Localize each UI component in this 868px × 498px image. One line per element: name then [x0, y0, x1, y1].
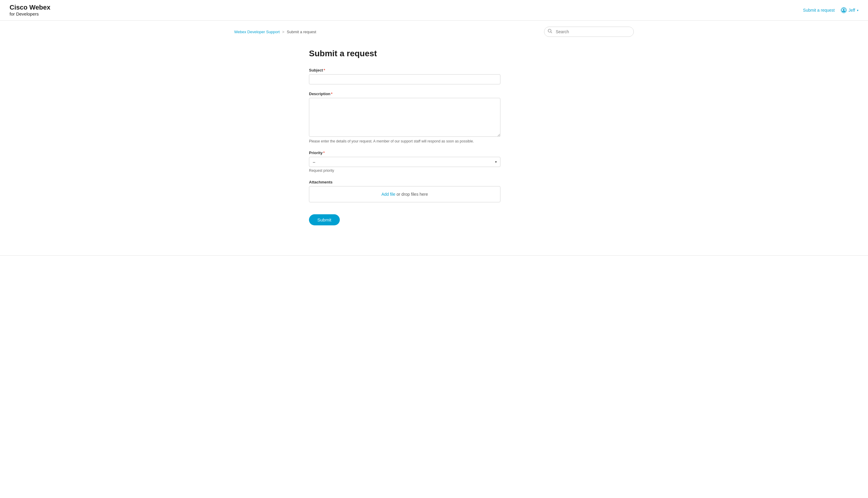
- priority-label: Priority*: [309, 150, 559, 155]
- subject-required-star: *: [324, 68, 325, 73]
- add-file-link[interactable]: Add file: [381, 192, 395, 197]
- header-submit-request-link[interactable]: Submit a request: [803, 8, 835, 13]
- page-title: Submit a request: [309, 49, 559, 58]
- breadcrumb: Webex Developer Support > Submit a reque…: [234, 30, 316, 34]
- priority-required-star: *: [323, 150, 325, 155]
- site-logo: Cisco Webex for Developers: [10, 3, 51, 17]
- description-required-star: *: [331, 92, 333, 96]
- description-hint: Please enter the details of your request…: [309, 139, 500, 143]
- priority-select-wrapper: – Low Normal High Urgent ▾: [309, 157, 500, 167]
- logo-line2: for Developers: [10, 11, 51, 17]
- breadcrumb-search-bar: Webex Developer Support > Submit a reque…: [225, 21, 643, 40]
- user-menu[interactable]: Jeff ▾: [841, 7, 858, 13]
- subject-group: Subject*: [309, 68, 559, 84]
- main-content: Submit a request Subject* Description* P…: [299, 40, 569, 243]
- search-input[interactable]: [544, 27, 634, 37]
- svg-point-1: [843, 9, 844, 11]
- priority-hint: Request priority: [309, 169, 500, 173]
- attachments-dropzone[interactable]: Add file or drop files here: [309, 186, 500, 202]
- breadcrumb-parent-link[interactable]: Webex Developer Support: [234, 30, 280, 34]
- breadcrumb-separator: >: [282, 30, 284, 34]
- user-menu-chevron-icon: ▾: [857, 9, 858, 12]
- attachments-group: Attachments Add file or drop files here: [309, 180, 559, 202]
- user-name-label: Jeff: [849, 8, 855, 13]
- attachments-label: Attachments: [309, 180, 559, 184]
- user-avatar-icon: [841, 7, 847, 13]
- header-right: Submit a request Jeff ▾: [803, 7, 858, 13]
- subject-label: Subject*: [309, 68, 559, 73]
- priority-group: Priority* – Low Normal High Urgent ▾ Req…: [309, 150, 559, 173]
- subject-input[interactable]: [309, 74, 500, 84]
- description-group: Description* Please enter the details of…: [309, 92, 559, 143]
- site-header: Cisco Webex for Developers Submit a requ…: [0, 0, 868, 21]
- description-label: Description*: [309, 92, 559, 96]
- footer-divider: [0, 255, 868, 255]
- breadcrumb-current: Submit a request: [287, 30, 316, 34]
- submit-button[interactable]: Submit: [309, 214, 340, 225]
- search-field-container: [544, 27, 634, 37]
- logo-line1: Cisco Webex: [10, 3, 51, 11]
- drop-files-text: or drop files here: [397, 192, 428, 197]
- description-textarea[interactable]: [309, 98, 500, 137]
- submit-request-form: Subject* Description* Please enter the d…: [309, 68, 559, 225]
- priority-select[interactable]: – Low Normal High Urgent: [309, 157, 500, 167]
